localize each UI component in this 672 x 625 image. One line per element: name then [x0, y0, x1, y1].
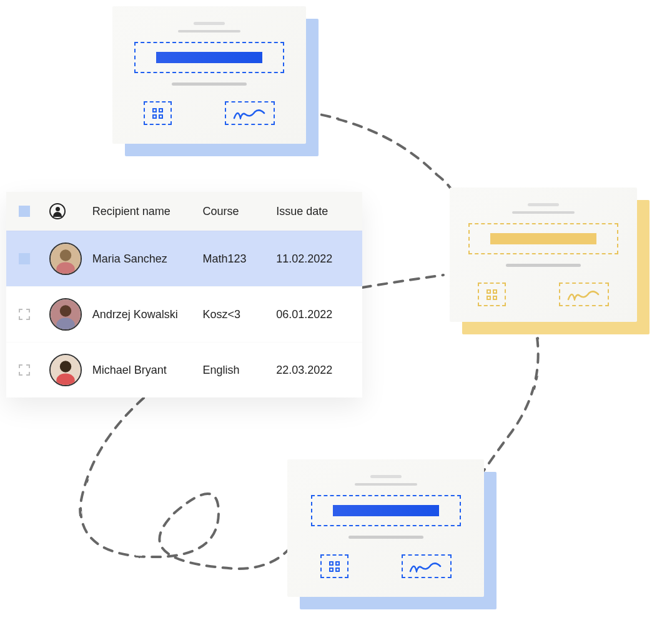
header-course: Course — [202, 205, 276, 218]
row-checkbox[interactable] — [19, 309, 30, 320]
cell-course: English — [202, 364, 276, 377]
svg-point-7 — [60, 361, 71, 372]
header-issue-date: Issue date — [276, 205, 350, 218]
certificate-title-placeholder — [468, 223, 618, 254]
certificate-top — [112, 6, 306, 144]
table-header-row: Recipient name Course Issue date — [6, 192, 362, 231]
header-recipient-name: Recipient name — [92, 205, 203, 218]
svg-point-4 — [60, 305, 71, 316]
table-row[interactable]: Michael Bryant English 22.03.2022 — [6, 342, 362, 398]
cell-recipient-name: Maria Sanchez — [92, 252, 203, 266]
select-all-checkbox[interactable] — [19, 206, 30, 217]
qr-code-icon — [320, 554, 348, 578]
cell-recipient-name: Michael Bryant — [92, 364, 203, 377]
signature-icon — [559, 282, 609, 306]
row-checkbox[interactable] — [19, 253, 30, 264]
cell-course: Kosz<3 — [202, 308, 276, 321]
certificate-title-placeholder — [311, 495, 461, 526]
avatar-column-icon — [49, 203, 66, 219]
recipients-table: Recipient name Course Issue date Maria S… — [6, 192, 362, 398]
qr-code-icon — [478, 282, 506, 306]
cell-issue-date: 22.03.2022 — [276, 364, 350, 377]
cell-course: Math123 — [202, 252, 276, 266]
signature-icon — [225, 101, 275, 125]
cell-recipient-name: Andrzej Kowalski — [92, 308, 203, 321]
certificate-bottom — [287, 459, 484, 597]
certificate-title-placeholder — [134, 42, 284, 73]
avatar — [49, 298, 82, 331]
signature-icon — [402, 554, 452, 578]
svg-point-1 — [60, 249, 71, 261]
avatar — [49, 242, 82, 275]
avatar — [49, 354, 82, 386]
row-checkbox[interactable] — [19, 364, 30, 376]
certificate-right — [450, 188, 637, 322]
table-row[interactable]: Andrzej Kowalski Kosz<3 06.01.2022 — [6, 286, 362, 342]
table-row[interactable]: Maria Sanchez Math123 11.02.2022 — [6, 231, 362, 286]
qr-code-icon — [144, 101, 172, 125]
cell-issue-date: 06.01.2022 — [276, 308, 350, 321]
cell-issue-date: 11.02.2022 — [276, 252, 350, 266]
